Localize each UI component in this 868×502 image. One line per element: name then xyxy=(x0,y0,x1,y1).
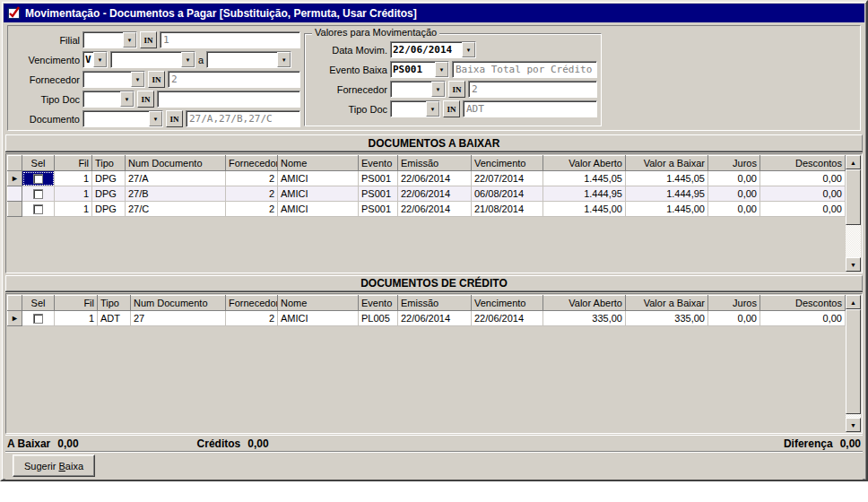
cell-evento: PS001 xyxy=(359,186,398,202)
dropdown-icon[interactable]: ▼ xyxy=(181,52,195,67)
vencimento-to-combo[interactable]: ▼ xyxy=(206,51,291,68)
data-movim-combo[interactable]: 22/06/2014 ▼ xyxy=(390,41,476,58)
scroll-up-button[interactable]: ▲ xyxy=(846,155,861,169)
dropdown-icon[interactable]: ▼ xyxy=(462,42,475,57)
col-valor-aberto[interactable]: Valor Aberto xyxy=(543,296,626,311)
chevron-down-icon: ▼ xyxy=(186,57,191,63)
table-row[interactable]: ► 1 DPG 27/A 2 AMICI PS001 22/06/2014 22… xyxy=(8,171,846,186)
vencimento-row: Vencimento V ▼ ▼ a ▼ xyxy=(12,51,300,68)
tipo-doc-lookup-button[interactable]: IN xyxy=(137,91,154,108)
col-descontos[interactable]: Descontos xyxy=(760,156,846,171)
vencimento-from-combo[interactable]: ▼ xyxy=(110,51,195,68)
col-tipo[interactable]: Tipo xyxy=(92,156,126,171)
dropdown-icon[interactable]: ▼ xyxy=(426,101,439,117)
valores-fornecedor-combo[interactable]: ▼ xyxy=(390,81,446,98)
scroll-down-button[interactable]: ▼ xyxy=(846,418,861,432)
col-vencimento[interactable]: Vencimento xyxy=(472,156,543,171)
table-row[interactable]: 1 DPG 27/C 2 AMICI PS001 22/06/2014 21/0… xyxy=(8,202,846,217)
evento-baixa-description[interactable]: Baixa Total por Crédito xyxy=(452,61,597,78)
scroll-down-button[interactable]: ▼ xyxy=(846,257,861,272)
cell-juros: 0,00 xyxy=(708,186,760,202)
col-tipo[interactable]: Tipo xyxy=(98,296,131,311)
col-juros[interactable]: Juros xyxy=(708,296,760,311)
col-vencimento[interactable]: Vencimento xyxy=(472,296,543,311)
fornecedor-lookup-button[interactable]: IN xyxy=(148,71,165,88)
cell-sel[interactable] xyxy=(22,186,55,202)
cell-emissao: 22/06/2014 xyxy=(398,171,472,186)
documento-combo[interactable]: ▼ xyxy=(82,110,163,127)
col-emissao[interactable]: Emissão xyxy=(398,156,472,171)
valores-tipo-doc-input[interactable]: ADT xyxy=(463,100,597,117)
col-num-documento[interactable]: Num Documento xyxy=(131,296,226,311)
title-bar[interactable]: Movimentação - Documentos a Pagar [Subst… xyxy=(4,4,864,22)
col-fornecedor[interactable]: Fornecedor xyxy=(226,156,278,171)
cell-valor-baixar: 1.445,05 xyxy=(626,171,708,186)
valores-fornecedor-input[interactable]: 2 xyxy=(468,81,597,98)
cell-sel[interactable] xyxy=(22,202,55,217)
dropdown-icon[interactable]: ▼ xyxy=(93,52,107,67)
cell-sel[interactable] xyxy=(22,171,55,186)
filial-input[interactable]: 1 xyxy=(160,31,300,48)
sel-checkbox[interactable] xyxy=(33,174,43,184)
cell-sel[interactable] xyxy=(22,311,55,326)
documento-input[interactable]: 27/A,27/B,27/C xyxy=(186,110,300,127)
col-valor-baixar[interactable]: Valor a Baixar xyxy=(626,296,708,311)
scroll-up-button[interactable]: ▲ xyxy=(846,295,861,309)
documento-label: Documento xyxy=(12,114,80,125)
diferenca-value: 0,00 xyxy=(840,437,861,450)
dropdown-icon[interactable]: ▼ xyxy=(277,52,291,67)
col-sel[interactable]: Sel xyxy=(22,156,55,171)
vencimento-type-combo[interactable]: V ▼ xyxy=(82,51,108,68)
col-nome[interactable]: Nome xyxy=(278,296,359,311)
col-nome[interactable]: Nome xyxy=(278,156,359,171)
col-valor-aberto[interactable]: Valor Aberto xyxy=(543,156,626,171)
sel-checkbox[interactable] xyxy=(33,204,43,214)
vertical-scrollbar[interactable]: ▲ ▼ xyxy=(846,155,861,272)
col-evento[interactable]: Evento xyxy=(359,156,398,171)
a-baixar-label: A Baixar xyxy=(7,437,50,450)
valores-tipo-doc-combo[interactable]: ▼ xyxy=(390,100,440,117)
sugerir-baixa-button[interactable]: Sugerir Baixa xyxy=(13,454,95,477)
cell-valor-aberto: 1.444,95 xyxy=(543,186,626,202)
col-evento[interactable]: Evento xyxy=(359,296,398,311)
col-descontos[interactable]: Descontos xyxy=(760,296,846,311)
sel-checkbox[interactable] xyxy=(33,314,43,324)
col-num-documento[interactable]: Num Documento xyxy=(126,156,226,171)
col-valor-baixar[interactable]: Valor a Baixar xyxy=(626,156,708,171)
col-emissao[interactable]: Emissão xyxy=(398,296,472,311)
dropdown-icon[interactable]: ▼ xyxy=(131,72,144,87)
sel-checkbox[interactable] xyxy=(33,189,43,199)
data-movim-value: 22/06/2014 xyxy=(391,42,462,57)
fornecedor-input[interactable]: 2 xyxy=(168,71,300,88)
dropdown-icon[interactable]: ▼ xyxy=(120,91,134,107)
vertical-scrollbar[interactable]: ▲ ▼ xyxy=(846,295,861,432)
col-fil[interactable]: Fil xyxy=(55,296,98,311)
valores-fornecedor-lookup-button[interactable]: IN xyxy=(448,81,465,98)
table-row[interactable]: 1 DPG 27/B 2 AMICI PS001 22/06/2014 06/0… xyxy=(8,186,846,202)
filial-combo[interactable]: ▼ xyxy=(82,31,137,48)
dropdown-icon[interactable]: ▼ xyxy=(123,32,136,48)
filial-lookup-button[interactable]: IN xyxy=(140,31,157,48)
scrollbar-thumb[interactable] xyxy=(846,309,861,414)
col-fornecedor[interactable]: Fornecedor xyxy=(226,296,278,311)
col-fil[interactable]: Fil xyxy=(55,156,92,171)
dropdown-icon[interactable]: ▼ xyxy=(431,82,445,97)
scrollbar-thumb[interactable] xyxy=(846,169,861,225)
cell-vencimento: 06/08/2014 xyxy=(472,186,543,202)
dropdown-icon[interactable]: ▼ xyxy=(149,111,162,126)
col-juros[interactable]: Juros xyxy=(708,156,760,171)
valores-tipo-doc-lookup-button[interactable]: IN xyxy=(443,100,460,117)
table-row[interactable]: ► 1 ADT 27 2 AMICI PL005 22/06/2014 22/0… xyxy=(8,311,846,326)
documento-lookup-button[interactable]: IN xyxy=(166,110,183,127)
tipo-doc-input[interactable] xyxy=(157,91,300,108)
dropdown-icon[interactable]: ▼ xyxy=(435,62,448,77)
tipo-doc-combo[interactable]: ▼ xyxy=(82,91,135,108)
cell-valor-baixar: 1.445,00 xyxy=(626,202,708,217)
valores-group-title: Valores para Movimentação xyxy=(312,27,439,38)
sugerir-baixa-label: aixa xyxy=(65,461,83,472)
evento-baixa-combo[interactable]: PS001 ▼ xyxy=(390,61,449,78)
col-sel[interactable]: Sel xyxy=(22,296,55,311)
vencimento-label: Vencimento xyxy=(12,55,80,65)
documento-row: Documento ▼ IN 27/A,27/B,27/C xyxy=(12,110,300,127)
fornecedor-combo[interactable]: ▼ xyxy=(82,71,145,88)
